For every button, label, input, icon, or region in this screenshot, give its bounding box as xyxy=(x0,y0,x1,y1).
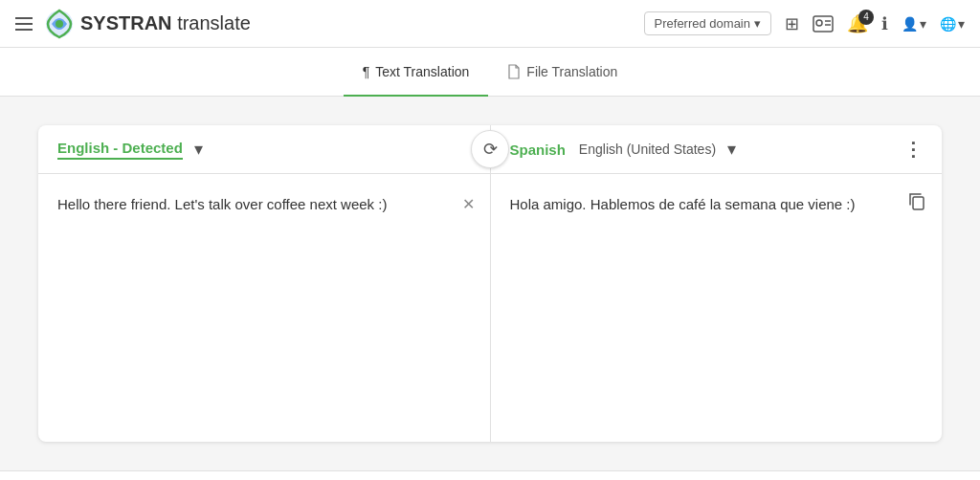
logo-icon xyxy=(44,9,75,39)
copy-translation-button[interactable] xyxy=(905,189,928,217)
logo[interactable]: SYSTRAN translate xyxy=(44,9,251,39)
target-language-primary-label: Spanish xyxy=(510,142,566,158)
notification-bell[interactable]: 🔔 4 xyxy=(847,13,868,34)
svg-rect-6 xyxy=(913,197,924,209)
logo-text: SYSTRAN translate xyxy=(80,12,251,34)
translation-card: English - Detected ▾ ⟳ Spanish English (… xyxy=(38,125,942,442)
header-right: Preferred domain ▾ ⊞ 🔔 4 ℹ 👤 ▾ 🌐 ▾ xyxy=(644,11,965,35)
user-chevron-icon: ▾ xyxy=(920,16,926,32)
header-left: SYSTRAN translate xyxy=(15,9,644,39)
language-menu-button[interactable]: 🌐 ▾ xyxy=(940,16,965,32)
tabs-bar: ¶ Text Translation File Translation xyxy=(0,48,980,97)
grid-icon[interactable]: ⊞ xyxy=(785,13,799,34)
source-text-panel[interactable]: Hello there friend. Let's talk over coff… xyxy=(38,174,491,442)
svg-point-3 xyxy=(816,20,822,26)
globe-chevron-icon: ▾ xyxy=(958,16,965,32)
source-language-chevron-icon[interactable]: ▾ xyxy=(194,139,203,160)
target-language-selector[interactable]: Spanish English (United States) ▾ ⋮ xyxy=(490,125,943,173)
app-footer: SYSTRAN ©2023 All rights reserved | Lice… xyxy=(0,470,980,480)
target-text: Hola amigo. Hablemos de café la semana q… xyxy=(510,193,924,216)
source-language-label: English - Detected xyxy=(57,140,183,160)
notification-badge: 4 xyxy=(858,10,874,25)
swap-icon: ⟳ xyxy=(483,139,498,160)
preferred-domain-button[interactable]: Preferred domain ▾ xyxy=(644,11,771,35)
tab-file-translation[interactable]: File Translation xyxy=(488,48,636,97)
file-icon xyxy=(507,63,521,79)
source-text: Hello there friend. Let's talk over coff… xyxy=(57,193,471,384)
user-menu-button[interactable]: 👤 ▾ xyxy=(902,16,926,32)
target-text-panel: Hola amigo. Hablemos de café la semana q… xyxy=(491,174,943,442)
profile-card-icon[interactable] xyxy=(813,15,834,33)
paragraph-icon: ¶ xyxy=(363,64,370,79)
clear-icon: ✕ xyxy=(462,196,475,212)
clear-source-button[interactable]: ✕ xyxy=(460,193,477,215)
svg-point-1 xyxy=(56,20,63,28)
info-icon[interactable]: ℹ xyxy=(881,13,888,34)
copy-icon xyxy=(907,195,926,214)
app-header: SYSTRAN translate Preferred domain ▾ ⊞ 🔔… xyxy=(0,0,980,48)
swap-languages-button[interactable]: ⟳ xyxy=(471,130,509,168)
main-content: English - Detected ▾ ⟳ Spanish English (… xyxy=(0,97,980,470)
tab-text-translation[interactable]: ¶ Text Translation xyxy=(344,48,489,97)
language-selector-row: English - Detected ▾ ⟳ Spanish English (… xyxy=(38,125,942,174)
hamburger-menu-button[interactable] xyxy=(15,17,33,31)
text-panels: Hello there friend. Let's talk over coff… xyxy=(38,174,942,442)
target-language-secondary-label: English (United States) xyxy=(579,142,716,157)
target-language-chevron-icon[interactable]: ▾ xyxy=(727,139,736,160)
source-language-selector[interactable]: English - Detected ▾ xyxy=(38,125,490,173)
chevron-down-icon: ▾ xyxy=(754,16,761,31)
target-language-more-button[interactable]: ⋮ xyxy=(903,140,923,159)
globe-icon: 🌐 xyxy=(940,16,956,32)
user-icon: 👤 xyxy=(902,16,918,32)
